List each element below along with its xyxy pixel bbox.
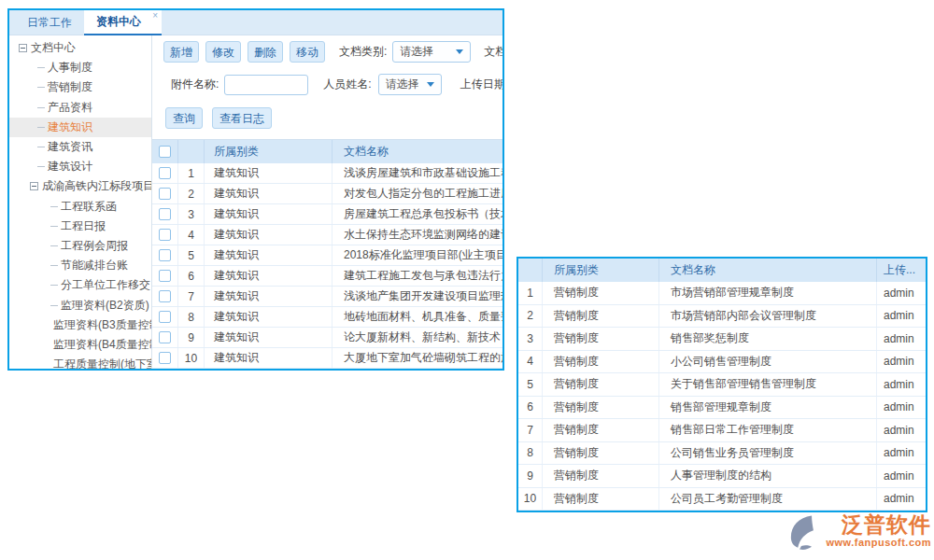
table-header-row: 所属别类 文档名称 上传... (518, 259, 926, 282)
table-row[interactable]: 3 营销制度 销售部奖惩制度 admin (518, 328, 926, 351)
row-doc-name: 建筑工程施工发包与承包违法行为认定... (333, 266, 502, 286)
tree-item[interactable]: 产品资料 (9, 98, 151, 118)
select-all-checkbox[interactable] (159, 146, 171, 158)
toolbar-button[interactable]: 修改 (205, 41, 241, 63)
row-category: 营销制度 (543, 488, 659, 511)
chevron-down-icon (427, 82, 434, 87)
window-body: 文档中心 人事制度 营销制度 产品资料 (9, 35, 502, 369)
attachment-name-input[interactable] (224, 75, 308, 95)
toolbar-button[interactable]: 移动 (290, 41, 325, 63)
tree-item-label: 监理资料(B3质量控制) (53, 317, 152, 333)
row-checkbox[interactable] (159, 311, 171, 323)
tab-data-center[interactable]: 资料中心 × (84, 10, 162, 35)
tree-item-label: 建筑资讯 (48, 139, 92, 155)
row-checkbox[interactable] (159, 331, 171, 343)
row-checkbox[interactable] (159, 188, 171, 200)
tree-item[interactable]: 成渝高铁内江标段项目 (9, 176, 151, 196)
table-row[interactable]: 10 营销制度 公司员工考勤管理制度 admin (518, 488, 926, 511)
row-doc-name: 公司员工考勤管理制度 (659, 488, 877, 511)
row-number: 4 (178, 225, 205, 245)
tab-daily-work[interactable]: 日常工作 (15, 10, 84, 35)
table-row[interactable]: 6 建筑知识 建筑工程施工发包与承包违法行为认定... (152, 266, 502, 287)
close-icon[interactable]: × (152, 11, 158, 21)
table-row[interactable]: 9 营销制度 人事管理制度的结构 admin (518, 465, 926, 488)
tree-item[interactable]: 监理资料(B2资质) (9, 295, 151, 315)
checkbox-cell (152, 225, 178, 245)
table-row[interactable]: 2 营销制度 市场营销部内部会议管理制度 admin (518, 305, 926, 329)
row-checkbox[interactable] (159, 352, 171, 364)
table-row[interactable]: 8 建筑知识 地砖地面材料、机具准备、质量要求及... (152, 307, 502, 328)
row-category: 建筑知识 (205, 266, 333, 286)
content-pane: 新增修改删除移动 文档类别: 请选择 文档 附件名称: 人员姓名: 请选择 (152, 35, 502, 369)
tree-item[interactable]: 工程联系函 (9, 197, 151, 217)
table-row[interactable]: 10 建筑知识 大厦地下室加气砼墙砌筑工程的施工方... (152, 348, 502, 369)
tree-item[interactable]: 工程日报 (9, 217, 151, 236)
tree-item[interactable]: 工程例会周报 (9, 236, 151, 256)
upload-date-label: 上传日期 (460, 77, 502, 92)
table-row[interactable]: 7 建筑知识 浅谈地产集团开发建设项目监理规划编... (152, 287, 502, 307)
table-row[interactable]: 5 建筑知识 2018标准化监理项目部(业主项目部)人员... (152, 245, 502, 266)
table-row[interactable]: 7 营销制度 销售部日常工作管理制度 admin (518, 419, 926, 442)
row-category: 建筑知识 (205, 287, 333, 306)
row-category: 营销制度 (543, 442, 659, 465)
collapse-icon[interactable] (30, 182, 38, 190)
row-category: 营销制度 (543, 305, 659, 328)
table-row[interactable]: 9 建筑知识 论大厦新材料、新结构、新技术，新工... (152, 328, 502, 348)
tree-item-label: 建筑知识 (48, 119, 92, 135)
toolbar-button[interactable]: 删除 (248, 41, 283, 63)
row-category: 建筑知识 (205, 307, 333, 327)
table-header-row: 所属别类 文档名称 (152, 140, 502, 163)
row-checkbox[interactable] (159, 167, 171, 179)
person-name-select[interactable]: 请选择 (378, 74, 442, 95)
doc-category-select[interactable]: 请选择 (392, 41, 471, 63)
tree-connector (37, 107, 45, 108)
row-uploader: admin (877, 465, 926, 487)
tree-item-label: 产品资料 (48, 100, 92, 116)
header-doc-name: 文档名称 (333, 140, 502, 163)
document-center-window: 日常工作 资料中心 × 文档中心 人事制度 (7, 8, 504, 371)
tree-connector (50, 285, 58, 286)
tree-item[interactable]: 人事制度 (9, 58, 151, 77)
tree-item[interactable]: 监理资料(B3质量控制) (9, 315, 151, 335)
tree-item[interactable]: 建筑资讯 (9, 137, 151, 157)
tree-item[interactable]: 建筑知识 (9, 118, 151, 137)
tree-item[interactable]: 工程质量控制(地下室) (9, 355, 151, 369)
table-row[interactable]: 4 建筑知识 水土保持生态环境监测网络的建设与资... (152, 225, 502, 245)
view-log-button[interactable]: 查看日志 (212, 107, 272, 129)
collapse-icon[interactable] (19, 44, 27, 52)
tree-item[interactable]: 节能减排台账 (9, 256, 151, 275)
checkbox-cell (152, 163, 178, 183)
tree-item[interactable]: 分工单位工作移交 (9, 275, 151, 295)
tree-connector (37, 67, 45, 68)
tree-connector (37, 127, 45, 128)
table-row[interactable]: 1 建筑知识 浅谈房屋建筑和市政基础设施工程施工... (152, 163, 502, 184)
row-checkbox[interactable] (159, 270, 171, 282)
table-row[interactable]: 5 营销制度 关于销售部管理销售管理制度 admin (518, 373, 926, 397)
row-doc-name: 人事管理制度的结构 (659, 465, 877, 487)
table-row[interactable]: 2 建筑知识 对发包人指定分包的工程施工进度安排... (152, 184, 502, 204)
table-row[interactable]: 1 营销制度 市场营销部管理规章制度 admin (518, 282, 926, 305)
row-number: 7 (178, 287, 205, 306)
table-row[interactable]: 8 营销制度 公司销售业务员管理制度 admin (518, 442, 926, 466)
row-category: 建筑知识 (205, 163, 333, 183)
toolbar-button[interactable]: 新增 (163, 41, 199, 63)
row-checkbox[interactable] (159, 208, 171, 220)
header-category: 所属别类 (543, 259, 659, 282)
table-row[interactable]: 3 建筑知识 房屋建筑工程总承包投标书（技术标）... (152, 204, 502, 225)
tree-item-label: 人事制度 (48, 60, 92, 76)
tree-item[interactable]: 建筑设计 (9, 157, 151, 176)
tree-item[interactable]: 营销制度 (9, 77, 151, 97)
row-uploader: admin (877, 305, 926, 328)
tree-item[interactable]: 监理资料(B4质量控制) (9, 335, 151, 355)
row-checkbox[interactable] (159, 249, 171, 261)
table-row[interactable]: 6 营销制度 销售部管理规章制度 admin (518, 397, 926, 420)
query-button[interactable]: 查询 (165, 107, 203, 129)
row-doc-name: 水土保持生态环境监测网络的建设与资... (333, 225, 502, 245)
table-row[interactable]: 4 营销制度 小公司销售管理制度 admin (518, 351, 926, 374)
checkbox-cell (152, 204, 178, 224)
tree-item-label: 监理资料(B2资质) (61, 298, 149, 314)
tree-item[interactable]: 文档中心 (9, 38, 151, 58)
row-checkbox[interactable] (159, 290, 171, 302)
row-checkbox[interactable] (159, 229, 171, 241)
fanpu-swoosh-icon (789, 514, 824, 552)
